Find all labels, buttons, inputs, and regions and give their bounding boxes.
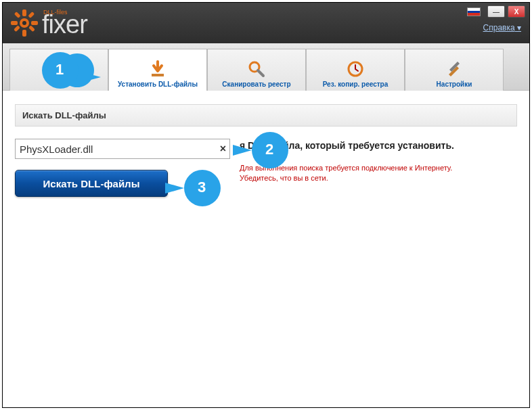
- svg-point-9: [22, 21, 26, 25]
- title-bar: DLL-files fixer — X Справка ▾: [3, 3, 529, 43]
- magnifier-icon: [247, 58, 266, 81]
- content-area: Искать DLL-файлы × Искать DLL-файлы я DL…: [3, 91, 529, 407]
- instruction-title: я DLL-файла, который требуется установит…: [240, 140, 517, 151]
- window-controls: — X: [467, 5, 525, 18]
- help-link[interactable]: Справка ▾: [483, 23, 521, 32]
- clear-icon[interactable]: ×: [220, 143, 226, 155]
- svg-rect-7: [28, 12, 35, 18]
- search-input[interactable]: [15, 139, 230, 159]
- svg-rect-8: [14, 25, 20, 32]
- tab-status[interactable]: С: [9, 49, 108, 91]
- instruction-warning: Для выполнения поиска требуется подключе…: [240, 163, 517, 184]
- logo-big-text: fixer: [42, 12, 87, 37]
- svg-rect-3: [11, 21, 18, 25]
- tab-backup-registry[interactable]: Рез. копир. реестра: [306, 49, 405, 91]
- svg-line-11: [258, 70, 263, 76]
- svg-rect-4: [31, 21, 38, 25]
- restore-icon: [346, 58, 365, 81]
- minimize-button[interactable]: —: [487, 5, 505, 18]
- download-icon: [148, 58, 168, 81]
- svg-rect-5: [14, 12, 21, 18]
- svg-rect-2: [22, 30, 26, 37]
- tab-settings[interactable]: Настройки: [405, 49, 504, 91]
- instructions: я DLL-файла, который требуется установит…: [240, 139, 517, 184]
- section-header: Искать DLL-файлы: [15, 104, 517, 127]
- search-field-wrap: ×: [15, 139, 230, 159]
- svg-rect-6: [28, 25, 35, 32]
- gear-icon: [9, 8, 39, 38]
- flag-icon[interactable]: [467, 7, 481, 16]
- close-button[interactable]: X: [508, 5, 525, 18]
- search-button[interactable]: Искать DLL-файлы: [15, 170, 168, 197]
- app-logo: DLL-files fixer: [9, 8, 87, 38]
- app-window: DLL-files fixer — X Справка ▾ С Установи…: [3, 3, 529, 407]
- screenshot-frame: DLL-files fixer — X Справка ▾ С Установи…: [2, 2, 530, 408]
- tab-install-dll[interactable]: Установить DLL-файлы: [108, 49, 207, 91]
- tab-scan-registry[interactable]: Сканировать реестр: [207, 49, 306, 91]
- svg-rect-1: [22, 9, 26, 16]
- tools-icon: [445, 58, 464, 81]
- tab-bar: С Установить DLL-файлы Сканировать реест…: [3, 43, 529, 91]
